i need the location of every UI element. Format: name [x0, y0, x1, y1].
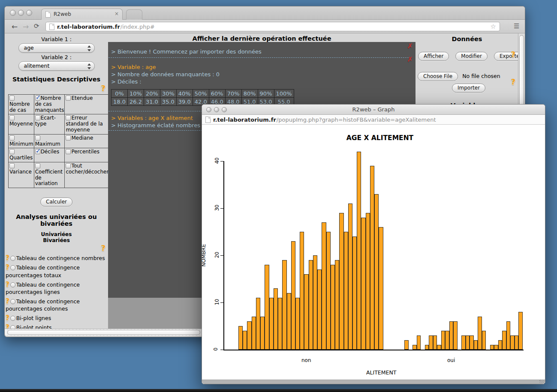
stats-option-cell[interactable]: Mediane: [65, 134, 109, 148]
radio-button[interactable]: [10, 316, 15, 321]
chart-area: AGE X ALITEMENT NOMBRE 010203040 non oui…: [202, 125, 545, 380]
url-path: /index.php#: [120, 24, 155, 30]
reload-icon[interactable]: ⟳: [34, 20, 39, 33]
analysis-option[interactable]: ?Tableau de contingence nombres: [5, 253, 108, 263]
popup-title-bar[interactable]: R2web – Graph: [202, 105, 545, 115]
close-x-icon[interactable]: ✗: [407, 43, 413, 49]
stats-option-cell[interactable]: Erreur standard de la moyenne: [65, 114, 109, 134]
window-zoom-icon[interactable]: [26, 10, 32, 16]
y-axis-line: [223, 161, 224, 350]
stats-option-cell[interactable]: Quartiles: [9, 148, 34, 162]
help-icon[interactable]: ?: [511, 50, 515, 59]
checkbox[interactable]: [9, 96, 15, 101]
desktop-bottom-strip: [0, 389, 557, 392]
analysis-option[interactable]: ?Bi-plot lignes: [5, 313, 108, 323]
y-tick-mark: [220, 161, 223, 162]
stats-option-cell[interactable]: Minimum: [9, 134, 34, 148]
resize-grip-icon[interactable]: [539, 380, 545, 383]
checkbox[interactable]: [9, 135, 15, 141]
bar-non-15: [304, 274, 308, 350]
help-icon[interactable]: ?: [101, 243, 105, 252]
scrollbar-thumb[interactable]: [7, 330, 200, 335]
checkbox[interactable]: [35, 149, 40, 154]
deciles-cell: 80%: [241, 90, 258, 98]
modifier-button[interactable]: Modifier: [455, 52, 488, 61]
window-close-icon[interactable]: [10, 10, 16, 16]
stats-option-cell[interactable]: Coefficient de variation: [34, 162, 65, 188]
star-icon[interactable]: ☆: [491, 23, 496, 30]
y-tick-mark: [220, 302, 223, 303]
analysis-option[interactable]: ?Tableau de contingence pourcentages col…: [5, 296, 108, 313]
checkbox[interactable]: [66, 135, 71, 141]
new-tab-button[interactable]: [126, 9, 142, 20]
radio-button[interactable]: [10, 299, 15, 304]
y-tick-mark: [220, 208, 223, 209]
checkbox[interactable]: [66, 115, 71, 120]
back-icon[interactable]: ←: [12, 20, 18, 33]
stats-option-cell[interactable]: Nombre de cas: [9, 95, 34, 114]
stats-option-cell[interactable]: Etendue: [65, 95, 109, 114]
calculer-button[interactable]: Calculer: [40, 197, 72, 206]
checkbox[interactable]: [35, 135, 40, 141]
url-page-icon: [49, 24, 54, 30]
popup-title: R2web – Graph: [352, 106, 395, 113]
checkbox[interactable]: [9, 115, 15, 120]
checkbox[interactable]: [66, 149, 71, 154]
help-icon[interactable]: ?: [6, 263, 9, 272]
window-minimize-icon[interactable]: [18, 10, 24, 16]
stats-option-cell[interactable]: Déciles: [34, 148, 65, 162]
bar-non-19: [322, 222, 326, 350]
importer-button[interactable]: Importer: [452, 84, 485, 93]
stats-option-cell[interactable]: Ecart-type: [34, 114, 65, 134]
radio-button[interactable]: [10, 256, 15, 261]
y-tick-mark: [220, 255, 223, 256]
choose-file-button[interactable]: Choose File: [418, 72, 458, 81]
stats-option-cell[interactable]: Percentiles: [65, 148, 109, 162]
deciles-cell: 0%: [111, 90, 128, 98]
bar-non-2: [247, 321, 251, 350]
console-line-variable: > Variable : age: [108, 58, 415, 70]
variable1-select[interactable]: age: [18, 43, 95, 53]
stats-option-cell[interactable]: Moyenne: [9, 114, 34, 134]
analysis-option[interactable]: ?Tableau de contingence pourcentages lig…: [5, 280, 108, 296]
help-icon[interactable]: ?: [101, 84, 105, 93]
analysis-option[interactable]: ?Tableau de contingence pourcentages tot…: [5, 263, 108, 279]
radio-button[interactable]: [10, 325, 15, 329]
address-bar[interactable]: r.tel-laboratorium.fr/index.php# ☆: [45, 22, 500, 31]
bar-non-32: [379, 227, 383, 350]
help-icon[interactable]: ?: [6, 314, 9, 322]
checkbox[interactable]: [9, 163, 15, 168]
window-zoom-icon[interactable]: [222, 107, 227, 112]
window-close-icon[interactable]: [206, 107, 211, 112]
checkbox[interactable]: [66, 96, 71, 101]
checkbox[interactable]: [35, 163, 40, 168]
popup-url-bar[interactable]: r.tel-laboratorium.fr/popupImg.php?graph…: [202, 115, 545, 125]
stats-option-cell[interactable]: Nombre de cas manquants: [34, 95, 65, 114]
analysis-option[interactable]: ?Bi-plot points: [5, 323, 108, 329]
help-icon[interactable]: ?: [6, 254, 9, 262]
stats-option-cell[interactable]: Tout cocher/décocher: [65, 162, 109, 188]
help-icon[interactable]: ?: [511, 77, 515, 86]
close-x-icon[interactable]: ✗: [407, 57, 413, 63]
checkbox[interactable]: [66, 163, 71, 168]
stats-option-cell[interactable]: Maximum: [34, 134, 65, 148]
variable2-label: Variable 2 :: [5, 54, 108, 60]
browser-tab[interactable]: R2web ×: [41, 9, 123, 20]
variable2-select[interactable]: alitement: [18, 61, 95, 71]
radio-button[interactable]: [10, 282, 15, 287]
window-minimize-icon[interactable]: [214, 107, 219, 112]
help-icon[interactable]: ?: [6, 280, 9, 289]
afficher-button[interactable]: Afficher: [418, 52, 449, 61]
checkbox[interactable]: [35, 115, 40, 120]
radio-button[interactable]: [10, 265, 15, 270]
help-icon[interactable]: ?: [6, 323, 9, 329]
menu-icon[interactable]: ☰: [514, 23, 521, 30]
checkbox[interactable]: [9, 149, 15, 154]
bar-oui-3: [417, 335, 421, 350]
checkbox[interactable]: [35, 96, 40, 101]
bar-non-13: [295, 298, 300, 350]
stats-option-cell[interactable]: Variance: [9, 162, 34, 188]
tab-close-icon[interactable]: ×: [114, 11, 119, 17]
forward-icon[interactable]: →: [23, 20, 29, 33]
help-icon[interactable]: ?: [6, 297, 9, 305]
